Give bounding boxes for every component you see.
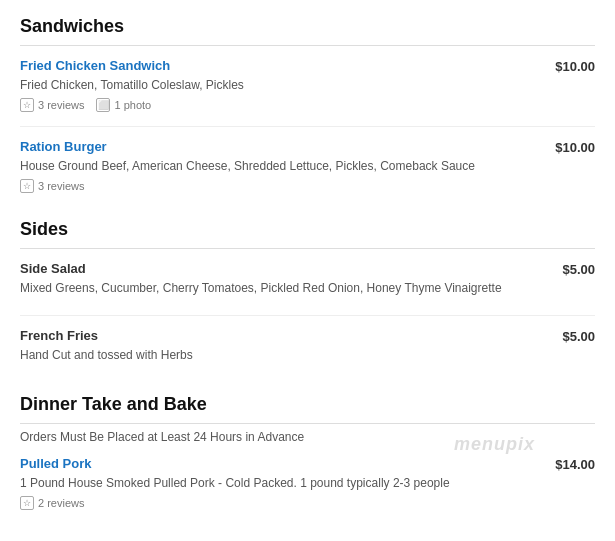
- menu-item-french-fries: French FriesHand Cut and tossed with Her…: [20, 328, 595, 382]
- item-description-ration-burger: House Ground Beef, American Cheese, Shre…: [20, 157, 539, 175]
- item-meta-pulled-pork: ☆2 reviews: [20, 496, 539, 510]
- item-left-ration-burger: Ration BurgerHouse Ground Beef, American…: [20, 139, 555, 193]
- item-name-pulled-pork[interactable]: Pulled Pork: [20, 456, 539, 471]
- meta-text: 1 photo: [114, 99, 151, 111]
- menu-item-fried-chicken-sandwich: Fried Chicken SandwichFried Chicken, Tom…: [20, 58, 595, 127]
- section-title-sides: Sides: [20, 219, 595, 249]
- meta-badge-photo-icon: ⬜1 photo: [96, 98, 151, 112]
- item-description-fried-chicken-sandwich: Fried Chicken, Tomatillo Coleslaw, Pickl…: [20, 76, 539, 94]
- item-meta-fried-chicken-sandwich: ☆3 reviews⬜1 photo: [20, 98, 539, 112]
- item-left-side-salad: Side SaladMixed Greens, Cucumber, Cherry…: [20, 261, 562, 301]
- item-meta-ration-burger: ☆3 reviews: [20, 179, 539, 193]
- review-icon: ☆: [20, 98, 34, 112]
- meta-badge-review-icon: ☆2 reviews: [20, 496, 84, 510]
- menu-item-side-salad: Side SaladMixed Greens, Cucumber, Cherry…: [20, 261, 595, 316]
- section-note-dinner-take-and-bake: Orders Must Be Placed at Least 24 Hours …: [20, 430, 595, 444]
- menu-container: SandwichesFried Chicken SandwichFried Ch…: [20, 16, 595, 524]
- item-description-side-salad: Mixed Greens, Cucumber, Cherry Tomatoes,…: [20, 279, 546, 297]
- review-icon: ☆: [20, 496, 34, 510]
- section-sides: SidesSide SaladMixed Greens, Cucumber, C…: [20, 219, 595, 382]
- item-name-ration-burger[interactable]: Ration Burger: [20, 139, 539, 154]
- menu-item-ration-burger: Ration BurgerHouse Ground Beef, American…: [20, 139, 595, 207]
- item-name-fried-chicken-sandwich[interactable]: Fried Chicken Sandwich: [20, 58, 539, 73]
- item-price-pulled-pork: $14.00: [555, 456, 595, 472]
- item-left-french-fries: French FriesHand Cut and tossed with Her…: [20, 328, 562, 368]
- item-name-side-salad: Side Salad: [20, 261, 546, 276]
- item-price-fried-chicken-sandwich: $10.00: [555, 58, 595, 74]
- item-name-french-fries: French Fries: [20, 328, 546, 343]
- item-price-side-salad: $5.00: [562, 261, 595, 277]
- meta-badge-review-icon: ☆3 reviews: [20, 179, 84, 193]
- menu-item-pulled-pork: Pulled Pork1 Pound House Smoked Pulled P…: [20, 456, 595, 524]
- photo-icon: ⬜: [96, 98, 110, 112]
- item-price-french-fries: $5.00: [562, 328, 595, 344]
- section-sandwiches: SandwichesFried Chicken SandwichFried Ch…: [20, 16, 595, 207]
- section-title-dinner-take-and-bake: Dinner Take and Bake: [20, 394, 595, 424]
- section-title-sandwiches: Sandwiches: [20, 16, 595, 46]
- section-dinner-take-and-bake: Dinner Take and BakeOrders Must Be Place…: [20, 394, 595, 524]
- meta-text: 3 reviews: [38, 180, 84, 192]
- item-left-pulled-pork: Pulled Pork1 Pound House Smoked Pulled P…: [20, 456, 555, 510]
- meta-text: 2 reviews: [38, 497, 84, 509]
- item-left-fried-chicken-sandwich: Fried Chicken SandwichFried Chicken, Tom…: [20, 58, 555, 112]
- item-description-pulled-pork: 1 Pound House Smoked Pulled Pork - Cold …: [20, 474, 539, 492]
- item-price-ration-burger: $10.00: [555, 139, 595, 155]
- review-icon: ☆: [20, 179, 34, 193]
- meta-text: 3 reviews: [38, 99, 84, 111]
- meta-badge-review-icon: ☆3 reviews: [20, 98, 84, 112]
- item-description-french-fries: Hand Cut and tossed with Herbs: [20, 346, 546, 364]
